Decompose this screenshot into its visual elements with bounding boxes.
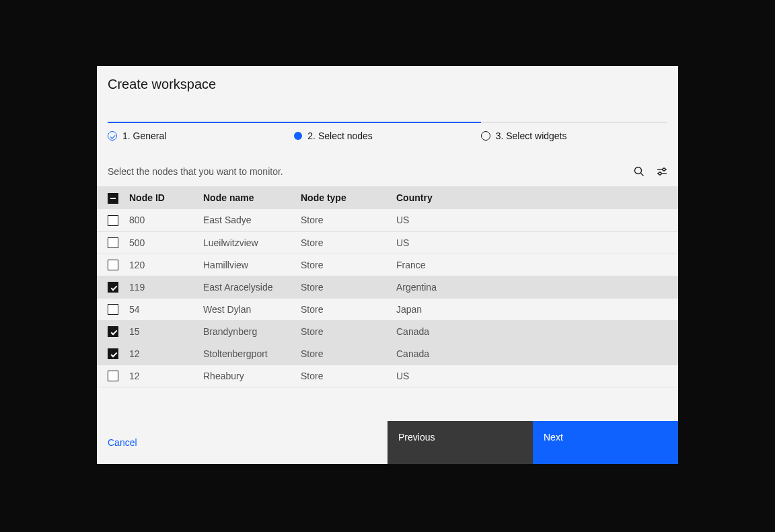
table-row[interactable]: 120HamillviewStoreFrance bbox=[97, 254, 678, 276]
modal-header: Create workspace bbox=[97, 66, 678, 92]
cell-node-type: Store bbox=[301, 298, 396, 320]
cell-node-type: Store bbox=[301, 365, 396, 387]
table-row[interactable]: 800East SadyeStoreUS bbox=[97, 209, 678, 231]
table-row[interactable]: 500LueilwitzviewStoreUS bbox=[97, 231, 678, 254]
cell-country: Japan bbox=[396, 298, 678, 320]
svg-point-0 bbox=[635, 167, 642, 174]
table-row[interactable]: 12RheaburyStoreUS bbox=[97, 365, 678, 387]
previous-label: Previous bbox=[398, 432, 435, 443]
instruction-row: Select the nodes that you want to monito… bbox=[97, 166, 678, 177]
table-row[interactable]: 54West DylanStoreJapan bbox=[97, 298, 678, 320]
cancel-label: Cancel bbox=[108, 437, 137, 448]
cell-node-id: 800 bbox=[129, 209, 203, 231]
progress-indicator: 1. General 2. Select nodes 3. Select wid… bbox=[97, 122, 678, 142]
cell-node-type: Store bbox=[301, 320, 396, 342]
select-all-checkbox[interactable] bbox=[108, 193, 118, 204]
step-label: 1. General bbox=[122, 130, 166, 142]
search-icon[interactable] bbox=[634, 166, 644, 177]
cell-country: Canada bbox=[396, 342, 678, 365]
cell-node-name: Rheabury bbox=[203, 365, 301, 387]
previous-button[interactable]: Previous bbox=[388, 421, 533, 464]
create-workspace-modal: Create workspace 1. General 2. Select no… bbox=[97, 66, 678, 464]
cell-node-name: East Aracelyside bbox=[203, 276, 301, 298]
modal-title: Create workspace bbox=[108, 77, 667, 92]
table-row[interactable]: 15BrandynbergStoreCanada bbox=[97, 320, 678, 342]
row-checkbox[interactable] bbox=[108, 348, 118, 359]
cell-country: Argentina bbox=[396, 276, 678, 298]
progress-bar bbox=[108, 122, 667, 123]
cell-node-name: Stoltenbergport bbox=[203, 342, 301, 365]
next-label: Next bbox=[544, 432, 563, 443]
cell-country: US bbox=[396, 209, 678, 231]
step-select-widgets[interactable]: 3. Select widgets bbox=[481, 130, 667, 142]
table-toolbar bbox=[634, 166, 667, 177]
row-checkbox[interactable] bbox=[108, 260, 118, 270]
row-checkbox[interactable] bbox=[108, 215, 118, 226]
check-circle-icon bbox=[108, 131, 117, 141]
cell-node-type: Store bbox=[301, 209, 396, 231]
cell-node-id: 12 bbox=[129, 342, 203, 365]
cell-node-name: Brandynberg bbox=[203, 320, 301, 342]
progress-bar-fill bbox=[108, 122, 481, 123]
current-step-icon bbox=[294, 132, 302, 140]
cell-country: US bbox=[396, 365, 678, 387]
cell-node-name: Hamillview bbox=[203, 254, 301, 276]
cell-node-type: Store bbox=[301, 342, 396, 365]
table-row[interactable]: 119East AracelysideStoreArgentina bbox=[97, 276, 678, 298]
svg-point-5 bbox=[659, 172, 661, 175]
cell-node-type: Store bbox=[301, 231, 396, 254]
cell-node-id: 15 bbox=[129, 320, 203, 342]
column-header-type[interactable]: Node type bbox=[301, 186, 396, 209]
cell-node-id: 54 bbox=[129, 298, 203, 320]
row-checkbox[interactable] bbox=[108, 371, 118, 381]
step-label: 3. Select widgets bbox=[496, 130, 567, 142]
column-header-name[interactable]: Node name bbox=[203, 186, 301, 209]
row-checkbox[interactable] bbox=[108, 237, 118, 248]
circle-outline-icon bbox=[481, 131, 490, 141]
table-header-row: Node ID Node name Node type Country bbox=[97, 186, 678, 209]
cell-node-name: Lueilwitzview bbox=[203, 231, 301, 254]
step-select-nodes[interactable]: 2. Select nodes bbox=[294, 130, 480, 142]
step-general[interactable]: 1. General bbox=[108, 130, 294, 142]
cell-node-id: 120 bbox=[129, 254, 203, 276]
row-checkbox[interactable] bbox=[108, 282, 118, 293]
cell-node-id: 12 bbox=[129, 365, 203, 387]
instruction-text: Select the nodes that you want to monito… bbox=[108, 166, 283, 177]
row-checkbox[interactable] bbox=[108, 304, 118, 315]
settings-adjust-icon[interactable] bbox=[657, 166, 667, 177]
svg-point-3 bbox=[663, 168, 665, 171]
cell-node-type: Store bbox=[301, 276, 396, 298]
cell-node-id: 119 bbox=[129, 276, 203, 298]
modal-footer: Cancel Previous Next bbox=[97, 421, 678, 464]
cell-country: US bbox=[396, 231, 678, 254]
next-button[interactable]: Next bbox=[533, 421, 678, 464]
column-header-country[interactable]: Country bbox=[396, 186, 678, 209]
cell-node-name: West Dylan bbox=[203, 298, 301, 320]
cell-node-name: East Sadye bbox=[203, 209, 301, 231]
row-checkbox[interactable] bbox=[108, 326, 118, 337]
step-label: 2. Select nodes bbox=[307, 130, 373, 142]
cell-node-type: Store bbox=[301, 254, 396, 276]
svg-line-1 bbox=[641, 174, 644, 176]
wizard-steps: 1. General 2. Select nodes 3. Select wid… bbox=[108, 130, 667, 142]
cancel-button[interactable]: Cancel bbox=[97, 421, 388, 464]
nodes-table: Node ID Node name Node type Country 800E… bbox=[97, 186, 678, 387]
cell-country: Canada bbox=[396, 320, 678, 342]
table-row[interactable]: 12StoltenbergportStoreCanada bbox=[97, 342, 678, 365]
cell-country: France bbox=[396, 254, 678, 276]
cell-node-id: 500 bbox=[129, 231, 203, 254]
column-header-id[interactable]: Node ID bbox=[129, 186, 203, 209]
